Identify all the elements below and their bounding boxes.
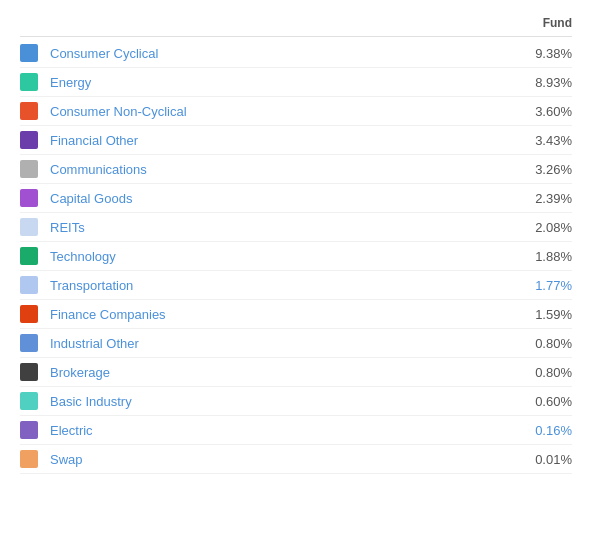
swatch-capital-goods bbox=[20, 189, 38, 207]
swatch-swap bbox=[20, 450, 38, 468]
sector-table: Consumer Cyclical9.38%Energy8.93%Consume… bbox=[20, 39, 572, 474]
swatch-electric bbox=[20, 421, 38, 439]
swatch-technology bbox=[20, 247, 38, 265]
label-finance-companies[interactable]: Finance Companies bbox=[50, 307, 512, 322]
table-row: REITs2.08% bbox=[20, 213, 572, 242]
table-row: Energy8.93% bbox=[20, 68, 572, 97]
label-swap[interactable]: Swap bbox=[50, 452, 512, 467]
value-reits: 2.08% bbox=[512, 220, 572, 235]
label-consumer-non-cyclical[interactable]: Consumer Non-Cyclical bbox=[50, 104, 512, 119]
label-brokerage[interactable]: Brokerage bbox=[50, 365, 512, 380]
label-technology[interactable]: Technology bbox=[50, 249, 512, 264]
value-energy: 8.93% bbox=[512, 75, 572, 90]
value-finance-companies: 1.59% bbox=[512, 307, 572, 322]
swatch-brokerage bbox=[20, 363, 38, 381]
table-row: Capital Goods2.39% bbox=[20, 184, 572, 213]
swatch-basic-industry bbox=[20, 392, 38, 410]
value-swap: 0.01% bbox=[512, 452, 572, 467]
table-row: Swap0.01% bbox=[20, 445, 572, 474]
value-industrial-other: 0.80% bbox=[512, 336, 572, 351]
value-communications: 3.26% bbox=[512, 162, 572, 177]
label-transportation[interactable]: Transportation bbox=[50, 278, 512, 293]
value-consumer-cyclical: 9.38% bbox=[512, 46, 572, 61]
label-consumer-cyclical[interactable]: Consumer Cyclical bbox=[50, 46, 512, 61]
value-basic-industry: 0.60% bbox=[512, 394, 572, 409]
value-financial-other: 3.43% bbox=[512, 133, 572, 148]
label-energy[interactable]: Energy bbox=[50, 75, 512, 90]
header-row: Fund bbox=[20, 16, 572, 37]
table-row: Communications3.26% bbox=[20, 155, 572, 184]
fund-column-header: Fund bbox=[512, 16, 572, 30]
table-row: Consumer Non-Cyclical3.60% bbox=[20, 97, 572, 126]
table-row: Technology1.88% bbox=[20, 242, 572, 271]
table-row: Brokerage0.80% bbox=[20, 358, 572, 387]
label-reits[interactable]: REITs bbox=[50, 220, 512, 235]
swatch-financial-other bbox=[20, 131, 38, 149]
table-row: Financial Other3.43% bbox=[20, 126, 572, 155]
swatch-communications bbox=[20, 160, 38, 178]
label-communications[interactable]: Communications bbox=[50, 162, 512, 177]
swatch-reits bbox=[20, 218, 38, 236]
label-capital-goods[interactable]: Capital Goods bbox=[50, 191, 512, 206]
value-capital-goods: 2.39% bbox=[512, 191, 572, 206]
table-row: Industrial Other0.80% bbox=[20, 329, 572, 358]
table-row: Finance Companies1.59% bbox=[20, 300, 572, 329]
swatch-consumer-cyclical bbox=[20, 44, 38, 62]
value-brokerage: 0.80% bbox=[512, 365, 572, 380]
swatch-industrial-other bbox=[20, 334, 38, 352]
table-row: Electric0.16% bbox=[20, 416, 572, 445]
table-row: Basic Industry0.60% bbox=[20, 387, 572, 416]
table-row: Consumer Cyclical9.38% bbox=[20, 39, 572, 68]
swatch-finance-companies bbox=[20, 305, 38, 323]
swatch-energy bbox=[20, 73, 38, 91]
value-technology: 1.88% bbox=[512, 249, 572, 264]
label-industrial-other[interactable]: Industrial Other bbox=[50, 336, 512, 351]
value-transportation: 1.77% bbox=[512, 278, 572, 293]
label-financial-other[interactable]: Financial Other bbox=[50, 133, 512, 148]
table-row: Transportation1.77% bbox=[20, 271, 572, 300]
value-consumer-non-cyclical: 3.60% bbox=[512, 104, 572, 119]
label-basic-industry[interactable]: Basic Industry bbox=[50, 394, 512, 409]
swatch-transportation bbox=[20, 276, 38, 294]
label-electric[interactable]: Electric bbox=[50, 423, 512, 438]
value-electric: 0.16% bbox=[512, 423, 572, 438]
swatch-consumer-non-cyclical bbox=[20, 102, 38, 120]
